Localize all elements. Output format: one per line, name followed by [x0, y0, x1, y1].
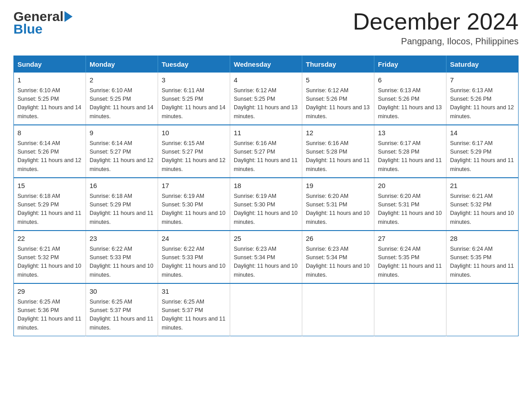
- day-number: 28: [450, 234, 515, 244]
- day-number: 31: [162, 287, 226, 297]
- calendar-cell: 1Sunrise: 6:10 AMSunset: 5:25 PMDaylight…: [14, 73, 86, 125]
- day-number: 15: [17, 181, 82, 191]
- day-info: Sunrise: 6:20 AMSunset: 5:31 PMDaylight:…: [306, 192, 370, 227]
- day-number: 17: [162, 181, 226, 191]
- day-number: 3: [162, 75, 226, 86]
- calendar-cell: 29Sunrise: 6:25 AMSunset: 5:36 PMDayligh…: [14, 283, 86, 336]
- calendar-cell: 17Sunrise: 6:19 AMSunset: 5:30 PMDayligh…: [158, 178, 230, 231]
- day-number: 13: [378, 128, 442, 138]
- calendar-cell: 9Sunrise: 6:14 AMSunset: 5:27 PMDaylight…: [86, 125, 158, 178]
- day-info: Sunrise: 6:17 AMSunset: 5:29 PMDaylight:…: [450, 139, 515, 174]
- calendar-cell: 2Sunrise: 6:10 AMSunset: 5:25 PMDaylight…: [86, 73, 158, 125]
- day-number: 5: [306, 75, 370, 86]
- day-number: 2: [90, 75, 154, 86]
- day-number: 22: [17, 234, 82, 244]
- day-info: Sunrise: 6:23 AMSunset: 5:34 PMDaylight:…: [306, 245, 370, 280]
- calendar-cell: 14Sunrise: 6:17 AMSunset: 5:29 PMDayligh…: [446, 125, 519, 178]
- calendar-cell: 19Sunrise: 6:20 AMSunset: 5:31 PMDayligh…: [302, 178, 374, 231]
- calendar-cell: 3Sunrise: 6:11 AMSunset: 5:25 PMDaylight…: [158, 73, 230, 125]
- day-number: 24: [162, 234, 226, 244]
- calendar-cell: 10Sunrise: 6:15 AMSunset: 5:27 PMDayligh…: [158, 125, 230, 178]
- day-info: Sunrise: 6:14 AMSunset: 5:27 PMDaylight:…: [90, 139, 154, 174]
- day-number: 9: [90, 128, 154, 138]
- day-info: Sunrise: 6:16 AMSunset: 5:28 PMDaylight:…: [306, 139, 370, 174]
- day-info: Sunrise: 6:25 AMSunset: 5:37 PMDaylight:…: [162, 298, 226, 333]
- day-number: 27: [378, 234, 442, 244]
- calendar-cell: [374, 283, 446, 336]
- day-number: 11: [234, 128, 298, 138]
- calendar-cell: 15Sunrise: 6:18 AMSunset: 5:29 PMDayligh…: [14, 178, 86, 231]
- day-number: 19: [306, 181, 370, 191]
- day-number: 1: [17, 75, 82, 86]
- header-wednesday: Wednesday: [230, 56, 302, 73]
- day-number: 14: [450, 128, 515, 138]
- day-number: 29: [17, 287, 82, 297]
- calendar-cell: 16Sunrise: 6:18 AMSunset: 5:29 PMDayligh…: [86, 178, 158, 231]
- calendar-table: SundayMondayTuesdayWednesdayThursdayFrid…: [13, 56, 519, 336]
- calendar-cell: 31Sunrise: 6:25 AMSunset: 5:37 PMDayligh…: [158, 283, 230, 336]
- header-tuesday: Tuesday: [158, 56, 230, 73]
- day-number: 16: [90, 181, 154, 191]
- day-info: Sunrise: 6:24 AMSunset: 5:35 PMDaylight:…: [450, 245, 515, 280]
- week-row-1: 1Sunrise: 6:10 AMSunset: 5:25 PMDaylight…: [14, 73, 519, 125]
- day-info: Sunrise: 6:10 AMSunset: 5:25 PMDaylight:…: [17, 86, 82, 121]
- day-info: Sunrise: 6:18 AMSunset: 5:29 PMDaylight:…: [90, 192, 154, 227]
- calendar-cell: 27Sunrise: 6:24 AMSunset: 5:35 PMDayligh…: [374, 231, 446, 283]
- main-title: December 2024: [353, 9, 519, 34]
- day-info: Sunrise: 6:12 AMSunset: 5:25 PMDaylight:…: [234, 86, 298, 121]
- day-number: 8: [17, 128, 82, 138]
- day-info: Sunrise: 6:21 AMSunset: 5:32 PMDaylight:…: [17, 245, 82, 280]
- calendar-cell: [446, 283, 519, 336]
- day-info: Sunrise: 6:25 AMSunset: 5:37 PMDaylight:…: [90, 298, 154, 333]
- calendar-cell: [302, 283, 374, 336]
- day-number: 21: [450, 181, 515, 191]
- week-row-4: 22Sunrise: 6:21 AMSunset: 5:32 PMDayligh…: [14, 231, 519, 283]
- calendar-cell: 23Sunrise: 6:22 AMSunset: 5:33 PMDayligh…: [86, 231, 158, 283]
- day-number: 18: [234, 181, 298, 191]
- day-number: 12: [306, 128, 370, 138]
- logo-blue-text: Blue: [13, 21, 43, 37]
- day-info: Sunrise: 6:25 AMSunset: 5:36 PMDaylight:…: [17, 298, 82, 333]
- header-thursday: Thursday: [302, 56, 374, 73]
- day-info: Sunrise: 6:24 AMSunset: 5:35 PMDaylight:…: [378, 245, 442, 280]
- calendar-cell: 22Sunrise: 6:21 AMSunset: 5:32 PMDayligh…: [14, 231, 86, 283]
- header-sunday: Sunday: [14, 56, 86, 73]
- logo: General Blue: [13, 9, 73, 37]
- header-friday: Friday: [374, 56, 446, 73]
- week-row-5: 29Sunrise: 6:25 AMSunset: 5:36 PMDayligh…: [14, 283, 519, 336]
- logo-wrapper: General Blue: [13, 9, 73, 37]
- day-info: Sunrise: 6:23 AMSunset: 5:34 PMDaylight:…: [234, 245, 298, 280]
- calendar-cell: 6Sunrise: 6:13 AMSunset: 5:26 PMDaylight…: [374, 73, 446, 125]
- calendar-cell: 7Sunrise: 6:13 AMSunset: 5:26 PMDaylight…: [446, 73, 519, 125]
- day-number: 20: [378, 181, 442, 191]
- calendar-cell: [230, 283, 302, 336]
- calendar-cell: 28Sunrise: 6:24 AMSunset: 5:35 PMDayligh…: [446, 231, 519, 283]
- calendar-cell: 13Sunrise: 6:17 AMSunset: 5:28 PMDayligh…: [374, 125, 446, 178]
- calendar-cell: 18Sunrise: 6:19 AMSunset: 5:30 PMDayligh…: [230, 178, 302, 231]
- header-saturday: Saturday: [446, 56, 519, 73]
- day-info: Sunrise: 6:15 AMSunset: 5:27 PMDaylight:…: [162, 139, 226, 174]
- day-info: Sunrise: 6:18 AMSunset: 5:29 PMDaylight:…: [17, 192, 82, 227]
- calendar-cell: 26Sunrise: 6:23 AMSunset: 5:34 PMDayligh…: [302, 231, 374, 283]
- day-info: Sunrise: 6:11 AMSunset: 5:25 PMDaylight:…: [162, 86, 226, 121]
- subtitle: Pangpang, Ilocos, Philippines: [353, 36, 519, 47]
- day-number: 23: [90, 234, 154, 244]
- calendar-cell: 5Sunrise: 6:12 AMSunset: 5:26 PMDaylight…: [302, 73, 374, 125]
- title-section: December 2024 Pangpang, Ilocos, Philippi…: [353, 9, 519, 47]
- page-header: General Blue December 2024 Pangpang, Ilo…: [13, 9, 519, 47]
- calendar-cell: 4Sunrise: 6:12 AMSunset: 5:25 PMDaylight…: [230, 73, 302, 125]
- calendar-cell: 12Sunrise: 6:16 AMSunset: 5:28 PMDayligh…: [302, 125, 374, 178]
- calendar-cell: 24Sunrise: 6:22 AMSunset: 5:33 PMDayligh…: [158, 231, 230, 283]
- day-info: Sunrise: 6:20 AMSunset: 5:31 PMDaylight:…: [378, 192, 442, 227]
- calendar-cell: 20Sunrise: 6:20 AMSunset: 5:31 PMDayligh…: [374, 178, 446, 231]
- day-info: Sunrise: 6:21 AMSunset: 5:32 PMDaylight:…: [450, 192, 515, 227]
- day-info: Sunrise: 6:19 AMSunset: 5:30 PMDaylight:…: [234, 192, 298, 227]
- day-info: Sunrise: 6:10 AMSunset: 5:25 PMDaylight:…: [90, 86, 154, 121]
- day-number: 10: [162, 128, 226, 138]
- calendar-cell: 30Sunrise: 6:25 AMSunset: 5:37 PMDayligh…: [86, 283, 158, 336]
- calendar-cell: 25Sunrise: 6:23 AMSunset: 5:34 PMDayligh…: [230, 231, 302, 283]
- day-info: Sunrise: 6:12 AMSunset: 5:26 PMDaylight:…: [306, 86, 370, 121]
- day-info: Sunrise: 6:19 AMSunset: 5:30 PMDaylight:…: [162, 192, 226, 227]
- calendar-header-row: SundayMondayTuesdayWednesdayThursdayFrid…: [14, 56, 519, 73]
- day-info: Sunrise: 6:13 AMSunset: 5:26 PMDaylight:…: [450, 86, 515, 121]
